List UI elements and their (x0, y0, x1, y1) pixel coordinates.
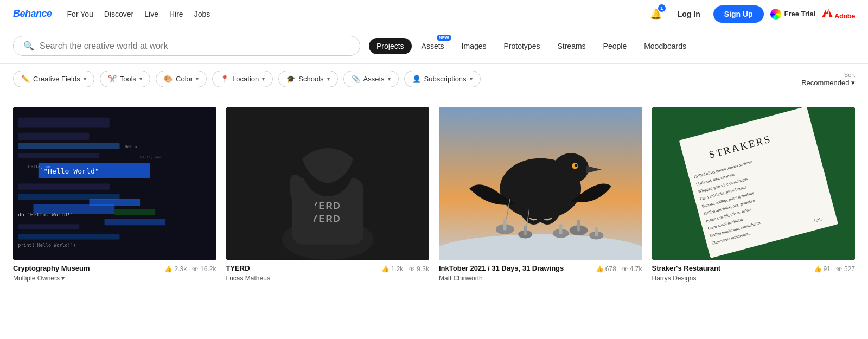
projects-grid: "Hello World" db 'Hello, World!' print('… (0, 94, 868, 284)
filter-label-color: Color (176, 75, 193, 83)
chevron-down-icon: ▾ (84, 76, 86, 82)
like-icon: 👍 (814, 265, 822, 273)
sort-value: Recommended ▾ (801, 79, 855, 87)
filter-assets[interactable]: 📎 Assets ▾ (343, 71, 399, 87)
strakers-illustration: STRAKERS Grilled olive, potato tomato an… (652, 107, 856, 260)
like-icon: 👍 (164, 265, 173, 273)
svg-text:db 'Hello, World!': db 'Hello, World!' (18, 212, 73, 218)
likes-stat-0: 👍 2.3k (164, 265, 187, 273)
svg-rect-16 (105, 219, 165, 225)
project-thumb-2 (439, 107, 642, 260)
inktober-illustration (439, 107, 642, 260)
search-input[interactable] (40, 41, 350, 51)
project-title-3: Straker's Restaurant (652, 264, 721, 273)
subscriptions-icon: 👤 (412, 75, 421, 83)
project-stats-0: 👍 2.3k 👁 16.2k (164, 265, 216, 273)
filter-creative-fields[interactable]: ✏️ Creative Fields ▾ (13, 71, 94, 87)
login-button[interactable]: Log In (671, 7, 707, 22)
owner-chevron-icon: ▾ (61, 274, 65, 282)
nav-jobs[interactable]: Jobs (194, 10, 210, 18)
svg-rect-43 (595, 227, 598, 236)
schools-icon: 🎓 (286, 75, 295, 83)
tab-moodboards[interactable]: Moodboards (636, 38, 694, 54)
sort-chevron-icon: ▾ (851, 79, 855, 87)
svg-rect-41 (577, 220, 580, 232)
filter-subscriptions[interactable]: 👤 Subscriptions ▾ (404, 71, 481, 87)
svg-rect-35 (503, 219, 507, 231)
project-meta-2: InkTober 2021 / 31 Days, 31 Drawings 👍 6… (439, 260, 642, 284)
tyerd-illustration: TYERD TYERD (226, 107, 430, 260)
views-stat-3: 👁 527 (836, 265, 855, 273)
new-badge: NEW (437, 35, 451, 41)
tab-assets[interactable]: Assets NEW (414, 38, 452, 54)
project-thumb-0: "Hello World" db 'Hello, World!' print('… (13, 107, 216, 260)
project-owner-0: Multiple Owners ▾ (13, 274, 216, 282)
project-thumb-1: TYERD TYERD (226, 107, 430, 260)
likes-stat-3: 👍 91 (814, 265, 831, 273)
project-card-3[interactable]: STRAKERS Grilled olive, potato tomato an… (652, 107, 856, 284)
nav-discover[interactable]: Discover (104, 10, 133, 18)
free-trial-label: Free Trial (784, 10, 816, 18)
filter-color[interactable]: 🎨 Color ▾ (156, 71, 207, 87)
notification-button[interactable]: 🔔 1 (647, 5, 665, 23)
crypto-illustration: "Hello World" db 'Hello, World!' print('… (13, 107, 216, 260)
filter-label-creative-fields: Creative Fields (33, 75, 80, 83)
project-meta-1: TYERD 👍 1.2k 👁 9.3k Lucas Matheus (226, 260, 430, 284)
svg-rect-11 (18, 224, 79, 229)
eye-icon: 👁 (836, 265, 843, 273)
filter-label-tools: Tools (120, 75, 136, 83)
project-card-0[interactable]: "Hello World" db 'Hello, World!' print('… (13, 107, 216, 284)
svg-rect-39 (559, 224, 563, 234)
project-title-2: InkTober 2021 / 31 Days, 31 Drawings (439, 264, 564, 273)
nav-live[interactable]: Live (144, 10, 158, 18)
project-owner-2: Matt Chinworth (439, 274, 642, 282)
project-title-0: Cryptography Museum (13, 264, 90, 273)
project-stats-1: 👍 1.2k 👁 9.3k (381, 265, 429, 273)
search-box[interactable]: 🔍 (13, 36, 360, 56)
svg-rect-7 (18, 183, 110, 189)
tab-people[interactable]: People (596, 38, 635, 54)
tab-streams[interactable]: Streams (550, 38, 593, 54)
nav-for-you[interactable]: For You (67, 10, 93, 18)
sort-section[interactable]: Sort Recommended ▾ (801, 72, 855, 87)
views-stat-2: 👁 4.7k (622, 265, 642, 273)
likes-stat-2: 👍 678 (596, 265, 616, 273)
filter-tools[interactable]: ✂️ Tools ▾ (100, 71, 150, 87)
adobe-logo: Adobe (822, 8, 855, 20)
chevron-down-icon: ▾ (196, 76, 199, 82)
project-owner-1: Lucas Matheus (226, 274, 430, 282)
filter-location[interactable]: 📍 Location ▾ (212, 71, 273, 87)
free-trial-button[interactable]: Free Trial (770, 9, 816, 20)
svg-point-30 (553, 153, 589, 183)
search-icon: 🔍 (23, 41, 34, 51)
svg-rect-37 (524, 226, 527, 235)
signup-button[interactable]: Sign Up (713, 5, 764, 23)
nav-hire[interactable]: Hire (169, 10, 183, 18)
project-card-1[interactable]: TYERD TYERD TYERD 👍 1.2k 👁 9.3k (226, 107, 430, 284)
svg-rect-4 (18, 153, 99, 158)
nav-links: For You Discover Live Hire Jobs (67, 10, 210, 18)
tab-prototypes[interactable]: Prototypes (496, 38, 548, 54)
project-owner-3: Harrys Designs (652, 274, 856, 282)
filter-label-location: Location (232, 75, 259, 83)
project-thumb-3: STRAKERS Grilled olive, potato tomato an… (652, 107, 856, 260)
svg-text:"Hello World": "Hello World" (43, 167, 99, 175)
filter-row: ✏️ Creative Fields ▾ ✂️ Tools ▾ 🎨 Color … (0, 64, 868, 94)
project-card-2[interactable]: InkTober 2021 / 31 Days, 31 Drawings 👍 6… (439, 107, 642, 284)
notification-badge: 1 (658, 4, 666, 12)
chevron-down-icon: ▾ (470, 76, 473, 82)
eye-icon: 👁 (409, 265, 415, 273)
filter-label-schools: Schools (298, 75, 323, 83)
eye-icon: 👁 (192, 265, 199, 273)
project-meta-0: Cryptography Museum 👍 2.3k 👁 16.2k Multi… (13, 260, 216, 284)
chevron-down-icon: ▾ (388, 76, 391, 82)
filter-schools[interactable]: 🎓 Schools ▾ (278, 71, 337, 87)
svg-point-33 (575, 164, 578, 167)
adobe-text: Adobe (834, 12, 855, 20)
tab-images[interactable]: Images (454, 38, 494, 54)
tab-projects[interactable]: Projects (369, 38, 412, 54)
search-row: 🔍 Projects Assets NEW Images Prototypes … (0, 28, 868, 64)
chevron-down-icon: ▾ (139, 76, 142, 82)
sort-label: Sort (801, 72, 855, 78)
views-stat-0: 👁 16.2k (192, 265, 216, 273)
